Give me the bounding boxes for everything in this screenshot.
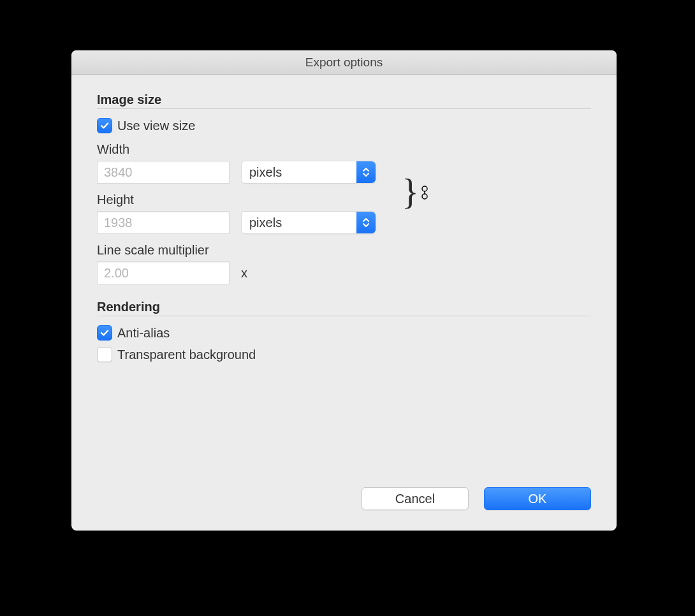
width-unit-select[interactable]: pixels (241, 161, 376, 184)
use-view-size-row: Use view size (97, 118, 591, 133)
line-scale-input[interactable] (97, 261, 230, 284)
height-input[interactable] (97, 211, 230, 234)
height-label: Height (97, 193, 376, 207)
anti-alias-row: Anti-alias (97, 325, 591, 341)
line-scale-label: Line scale multiplier (97, 243, 591, 258)
select-arrows-icon (356, 212, 376, 233)
dialog-content: Image size Use view size Width pixels (71, 75, 617, 531)
dialog-footer: Cancel OK (97, 487, 591, 515)
image-size-heading: Image size (97, 92, 591, 107)
checkmark-icon (100, 328, 109, 337)
svg-point-0 (422, 186, 427, 191)
width-input[interactable] (97, 161, 230, 184)
dimensions-column: Width pixels Height pixels (97, 142, 376, 243)
use-view-size-label: Use view size (117, 119, 195, 133)
height-unit-value: pixels (249, 216, 282, 230)
line-scale-suffix: x (241, 266, 247, 281)
ok-button[interactable]: OK (484, 487, 591, 510)
width-unit-value: pixels (249, 165, 282, 180)
line-scale-row: x (97, 261, 591, 284)
ok-button-label: OK (529, 492, 547, 506)
brace-icon: } (402, 180, 419, 205)
cancel-button[interactable]: Cancel (362, 487, 469, 510)
rendering-heading: Rendering (97, 300, 591, 314)
dimensions-group: Width pixels Height pixels (97, 142, 591, 243)
select-arrows-icon (356, 161, 376, 183)
aspect-link-indicator: } (402, 142, 429, 243)
cancel-button-label: Cancel (395, 492, 435, 506)
height-unit-select[interactable]: pixels (241, 211, 376, 234)
link-icon (420, 181, 429, 204)
anti-alias-checkbox[interactable] (97, 325, 112, 341)
svg-point-1 (422, 194, 427, 199)
anti-alias-label: Anti-alias (117, 326, 170, 341)
checkmark-icon (100, 121, 109, 130)
height-input-row: pixels (97, 211, 376, 234)
transparent-bg-row: Transparent background (97, 347, 591, 362)
image-size-rule (97, 108, 591, 109)
dialog-title: Export options (305, 55, 383, 70)
use-view-size-checkbox[interactable] (97, 118, 112, 133)
rendering-rule (97, 316, 591, 316)
transparent-bg-label: Transparent background (117, 348, 256, 362)
export-options-dialog: Export options Image size Use view size … (71, 50, 617, 531)
dialog-titlebar: Export options (71, 50, 617, 75)
width-input-row: pixels (97, 161, 376, 184)
width-label: Width (97, 142, 376, 157)
transparent-bg-checkbox[interactable] (97, 347, 112, 362)
